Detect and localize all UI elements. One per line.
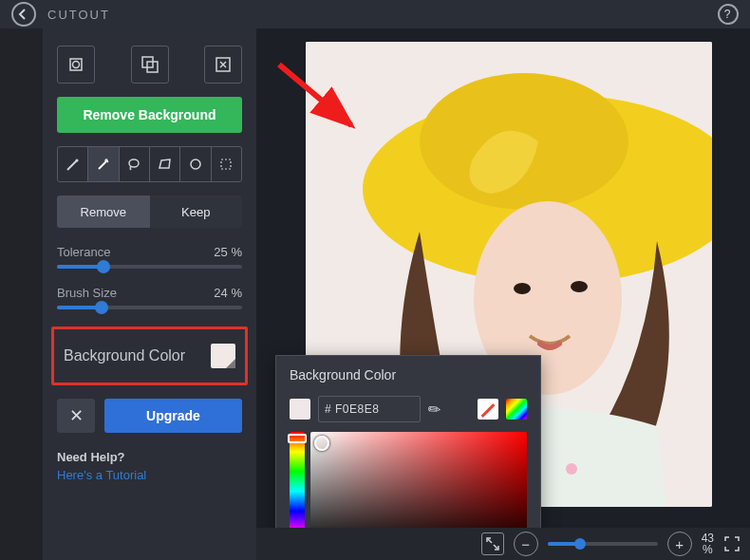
fullscreen-icon[interactable] — [723, 535, 741, 552]
ellipse-tool-icon[interactable] — [180, 147, 211, 181]
svg-line-18 — [279, 65, 351, 125]
brush-label: Brush Size 24 % — [57, 286, 242, 300]
selection-tools — [57, 146, 242, 182]
remove-background-button[interactable]: Remove Background — [57, 97, 242, 133]
brush-slider[interactable] — [57, 306, 242, 309]
annotation-arrow-icon — [273, 59, 368, 144]
svg-point-14 — [571, 281, 588, 292]
clear-tool-icon[interactable] — [204, 46, 242, 84]
svg-point-1 — [73, 62, 80, 68]
svg-point-5 — [75, 159, 78, 162]
tolerance-value: 25 % — [214, 245, 242, 259]
magic-wand-tool-icon[interactable] — [88, 147, 119, 181]
remove-keep-segment: Remove Keep — [57, 196, 242, 228]
fit-screen-icon[interactable] — [481, 532, 504, 555]
zoom-percent: 43 % — [702, 532, 714, 555]
zoom-slider[interactable] — [548, 542, 658, 546]
mode-remove-button[interactable]: Remove — [57, 196, 150, 228]
mode-keep-button[interactable]: Keep — [150, 196, 243, 228]
brush-value: 24 % — [214, 286, 242, 300]
background-color-swatch[interactable] — [211, 344, 235, 368]
popover-title: Background Color — [290, 367, 527, 383]
invert-tool-icon[interactable] — [131, 46, 169, 84]
svg-rect-8 — [221, 159, 231, 169]
tolerance-label: Tolerance 25 % — [57, 245, 242, 259]
app-rail — [0, 28, 43, 560]
close-panel-button[interactable]: ✕ — [57, 399, 95, 433]
eyedropper-icon[interactable]: ✎ — [423, 399, 444, 420]
lasso-tool-icon[interactable] — [120, 147, 150, 181]
svg-point-16 — [566, 463, 577, 475]
upgrade-button[interactable]: Upgrade — [104, 399, 242, 433]
zoom-bar: − + 43 % — [256, 528, 750, 560]
panel-title: CUTOUT — [47, 8, 110, 22]
zoom-out-button[interactable]: − — [514, 532, 538, 556]
svg-point-13 — [514, 283, 531, 294]
background-color-label: Background Color — [64, 347, 185, 364]
brush-tool-icon[interactable] — [58, 147, 88, 181]
current-color-swatch[interactable] — [290, 399, 310, 420]
no-color-icon[interactable] — [478, 399, 498, 420]
polygon-tool-icon[interactable] — [150, 147, 180, 181]
zoom-in-button[interactable]: + — [667, 532, 692, 556]
cutout-panel: Remove Background Remove Keep — [43, 28, 256, 560]
shape-tool-icon[interactable] — [57, 46, 95, 84]
help-icon[interactable]: ? — [718, 4, 739, 25]
hex-input[interactable] — [318, 396, 421, 422]
back-button[interactable] — [11, 2, 36, 27]
svg-point-7 — [191, 159, 200, 169]
color-presets-icon[interactable] — [506, 399, 527, 420]
marquee-tool-icon[interactable] — [212, 147, 241, 181]
help-title: Need Help? — [57, 450, 242, 464]
background-color-row[interactable]: Background Color — [51, 327, 248, 385]
help-link[interactable]: Here's a Tutorial — [57, 468, 242, 482]
tolerance-slider[interactable] — [57, 265, 242, 269]
